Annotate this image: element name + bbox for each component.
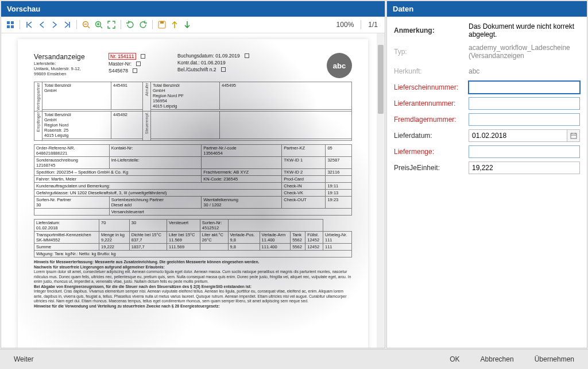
preview-viewport[interactable]: Versandanzeige Lieferstelle: Unitank, Mu… [1,33,385,348]
footer-bar: Weiter OK Abbrechen Übernehmen [0,349,588,369]
doc-title: Versandanzeige [34,53,103,61]
next-page-icon[interactable] [49,19,60,30]
thumbnails-icon[interactable] [5,19,16,30]
typ-value: academy_workflow_Ladescheine (Versandanz… [469,42,580,62]
preis-label: PreisJeEinheit: [394,164,469,172]
lieferdatum-label: Lieferdatum: [394,132,469,140]
lieferantennr-label: Lieferantennummer: [394,99,469,107]
abbrechen-button[interactable]: Abbrechen [473,353,522,366]
preview-toolbar: 100% 1/1 [1,17,385,33]
arrow-down-icon[interactable] [181,19,193,30]
annotation-value: Das Dokument wurde nicht korrekt abgeleg… [469,22,580,39]
rotate-left-icon[interactable] [125,19,136,30]
doc-detail-table: Order-Referenz-NR.6486218886221Kontakt-N… [34,144,352,216]
svg-rect-2 [7,25,10,28]
svg-rect-1 [11,21,14,24]
svg-rect-12 [160,21,164,24]
typ-label: Typ: [394,48,469,56]
arrow-up-icon[interactable] [169,19,180,30]
first-page-icon[interactable] [24,19,35,30]
liefermenge-label: Liefermenge: [394,148,469,156]
zoom-out-icon[interactable] [80,19,92,30]
calendar-icon[interactable] [567,129,580,142]
document-page: Versandanzeige Lieferstelle: Unitank, Mu… [18,39,368,348]
svg-line-8 [100,26,103,29]
zoom-in-icon[interactable] [93,19,105,30]
data-panel: Daten Anmerkung: Das Dokument wurde nich… [386,1,587,348]
ok-button[interactable]: OK [442,353,467,366]
lieferdatum-input[interactable] [469,129,567,142]
svg-rect-0 [7,21,10,24]
zoom-level: 100% [333,21,358,29]
preview-panel: Vorschau 100% [1,1,385,348]
preview-title: Vorschau [1,1,385,17]
last-page-icon[interactable] [61,19,73,30]
save-doc-icon[interactable] [156,19,168,30]
herkunft-label: Herkunft: [394,67,469,75]
doc-delivery-table: Lieferdatum:01.02.20187030VersteuertSort… [34,219,352,257]
prev-page-icon[interactable] [36,19,48,30]
annotation-label: Anmerkung: [394,26,469,34]
preview-scrollbar[interactable] [377,33,385,348]
abc-logo: abc [327,53,352,78]
weiter-button[interactable]: Weiter [6,353,41,366]
herkunft-value: abc [469,66,580,77]
uebernehmen-button[interactable]: Übernehmen [527,353,582,366]
fremdlagernr-label: Fremdlagernummer: [394,116,469,124]
page-indicator: 1/1 [365,21,381,29]
svg-line-5 [88,26,90,29]
svg-rect-13 [571,133,577,139]
lieferscheinnr-label: Lieferscheinnummer: [394,83,469,91]
rotate-right-icon[interactable] [137,19,149,30]
lieferscheinnr-input[interactable] [469,81,580,94]
lieferantennr-input[interactable] [469,97,580,110]
liefermenge-input[interactable] [469,145,580,158]
doc-address-table: Vertragspartner Total BenzinölGmbH 44549… [34,82,352,141]
svg-rect-3 [11,25,14,28]
fremdlagernr-input[interactable] [469,113,580,126]
data-title: Daten [387,1,587,17]
fit-screen-icon[interactable] [106,19,117,30]
preis-input[interactable] [469,162,580,174]
